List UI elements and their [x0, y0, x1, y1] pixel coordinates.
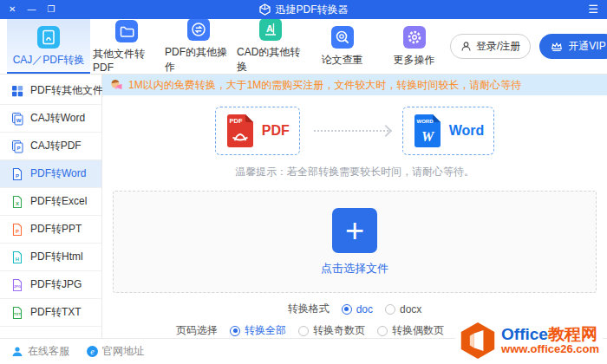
arrow-right-icon	[314, 130, 388, 132]
main-panel: 1M以内的免费转换，大于1M的需购买注册，文件较大时，转换时间较长，请耐心等待 …	[102, 75, 607, 338]
radio-even-pages[interactable]: 转换偶数页	[377, 323, 444, 338]
megaphone-mascot-icon	[109, 78, 123, 92]
radio-docx[interactable]: docx	[385, 303, 421, 315]
svg-text:PDF: PDF	[229, 117, 242, 125]
browser-e-icon: e	[87, 346, 98, 357]
radio-label[interactable]: doc	[356, 303, 373, 315]
pdf-txt-icon: TXT	[10, 306, 24, 320]
tab-label: CAD的其他转换	[237, 45, 304, 75]
folder-icon	[115, 20, 138, 42]
svg-text:JPG: JPG	[14, 284, 21, 289]
tab-more-ops[interactable]: 更多操作	[378, 19, 450, 74]
radio-icon[interactable]	[377, 326, 388, 336]
radio-odd-pages[interactable]: 转换奇数页	[298, 323, 365, 338]
radio-label[interactable]: 转换偶数页	[392, 323, 444, 338]
search-icon	[331, 26, 354, 49]
sync-arrows-icon	[187, 18, 210, 41]
online-support-link[interactable]: 在线客服	[11, 344, 69, 359]
watermark: Office教程网 www.office26.com	[455, 319, 603, 362]
maximize-button[interactable]: ❐	[47, 0, 55, 19]
sidebar-item-pdf-to-html[interactable]: H PDF转Html	[0, 244, 101, 271]
open-vip-button[interactable]: 开通VIP	[539, 34, 607, 59]
radio-icon[interactable]	[230, 326, 240, 336]
format-option-row: 转换格式 doc docx	[102, 302, 607, 316]
minimize-button[interactable]: —	[27, 0, 36, 19]
tab-paper-check[interactable]: 论文查重	[306, 19, 378, 74]
source-format-label: PDF	[262, 123, 290, 139]
tab-label: CAJ／PDF转换	[13, 53, 85, 68]
format-group-label: 转换格式	[288, 302, 330, 316]
official-site-label: 官网地址	[102, 344, 144, 359]
file-dropzone[interactable]: + 点击选择文件	[113, 191, 597, 293]
word-file-icon: WORD W	[413, 114, 442, 148]
caj-pdf-icon: P	[10, 140, 24, 153]
tab-cad-convert[interactable]: A CAD的其他转换	[234, 19, 306, 74]
radio-all-pages[interactable]: 转换全部	[230, 323, 286, 338]
sidebar-item-caj-to-word[interactable]: W CAJ转Word	[0, 105, 101, 133]
radio-label[interactable]: 转换奇数页	[313, 323, 365, 338]
auth-area: 登录/注册 开通VIP	[450, 19, 607, 74]
official-site-link[interactable]: e 官网地址	[87, 344, 144, 359]
cad-icon: A	[259, 18, 282, 41]
online-support-label: 在线客服	[28, 344, 69, 359]
pages-group-label: 页码选择	[176, 323, 218, 338]
notice-banner: 1M以内的免费转换，大于1M的需购买注册，文件较大时，转换时间较长，请耐心等待	[102, 75, 607, 95]
app-title-text: 迅捷PDF转换器	[276, 3, 349, 17]
radio-icon[interactable]	[342, 304, 352, 315]
app-title: 迅捷PDF转换器	[259, 0, 349, 19]
sidebar-item-pdf-to-ppt[interactable]: P PDF转PPT	[0, 216, 101, 244]
tab-label: 其他文件转PDF	[93, 47, 160, 74]
choose-file-label[interactable]: 点击选择文件	[321, 261, 388, 276]
pdf-doc-icon	[37, 26, 60, 49]
sidebar-item-caj-to-pdf[interactable]: P CAJ转PDF	[0, 133, 101, 160]
tab-pdf-other-ops[interactable]: PDF的其他操作	[162, 19, 234, 74]
source-format-box: PDF PDF	[215, 107, 300, 155]
radio-doc[interactable]: doc	[342, 303, 373, 315]
radio-label[interactable]: 转换全部	[245, 323, 286, 338]
window-controls: ✕ — ❐	[9, 0, 55, 19]
sidebar-item-label: PDF转TXT	[30, 305, 82, 320]
pdf-word-icon: P	[10, 167, 24, 181]
tab-other-to-pdf[interactable]: 其他文件转PDF	[90, 19, 162, 74]
login-register-button[interactable]: 登录/注册	[450, 34, 531, 59]
radio-label[interactable]: docx	[400, 303, 421, 315]
customer-service-icon	[11, 346, 23, 357]
sidebar-item-pdf-to-word[interactable]: P PDF转Word	[0, 160, 101, 188]
target-format-label: Word	[449, 123, 485, 139]
tab-label: 更多操作	[394, 53, 435, 68]
radio-icon[interactable]	[385, 304, 395, 315]
svg-text:A: A	[266, 23, 273, 34]
watermark-title-cn: 教程网	[548, 325, 597, 343]
warm-tip-text: 温馨提示：若全部转换需要较长时间，请耐心等待。	[102, 165, 607, 179]
tabbar: CAJ／PDF转换 其他文件转PDF PDF的其他操作 A CAD的其他转换 论…	[0, 19, 607, 75]
target-format-box: WORD W Word	[402, 107, 495, 155]
pdf-excel-icon: X	[10, 195, 24, 209]
watermark-title: Office教程网	[501, 326, 599, 343]
tab-caj-pdf-convert[interactable]: CAJ／PDF转换	[7, 19, 90, 74]
tab-label: PDF的其他操作	[165, 45, 232, 75]
watermark-url: www.office26.com	[501, 343, 599, 355]
svg-text:P: P	[16, 146, 20, 151]
sidebar-item-pdf-to-jpg[interactable]: JPG PDF转JPG	[0, 271, 101, 299]
sidebar-item-pdf-to-txt[interactable]: TXT PDF转TXT	[0, 299, 101, 327]
svg-text:H: H	[16, 256, 19, 261]
grid-icon	[10, 84, 24, 98]
sidebar-item-pdf-to-excel[interactable]: X PDF转Excel	[0, 188, 101, 216]
radio-icon[interactable]	[298, 326, 309, 336]
plus-icon[interactable]: +	[332, 208, 377, 253]
notice-banner-text: 1M以内的免费转换，大于1M的需购买注册，文件较大时，转换时间较长，请耐心等待	[128, 78, 521, 93]
tab-label: 论文查重	[322, 53, 363, 68]
sidebar: PDF转其他文件 W CAJ转Word P CAJ转PDF P PDF转Word…	[0, 75, 102, 338]
sidebar-item-label: PDF转Html	[30, 250, 83, 264]
sidebar-item-pdf-to-other[interactable]: PDF转其他文件	[0, 77, 101, 105]
watermark-text: Office教程网 www.office26.com	[501, 326, 599, 355]
watermark-title-office: Office	[501, 325, 548, 343]
svg-text:P: P	[16, 228, 19, 233]
hamburger-menu-icon[interactable]: ☰	[588, 0, 598, 19]
svg-text:W: W	[16, 118, 22, 123]
sidebar-item-label: CAJ转Word	[30, 111, 85, 126]
sidebar-item-label: PDF转Excel	[30, 194, 87, 209]
close-button[interactable]: ✕	[9, 0, 16, 19]
login-register-label: 登录/注册	[476, 39, 520, 54]
gear-icon	[403, 26, 426, 49]
